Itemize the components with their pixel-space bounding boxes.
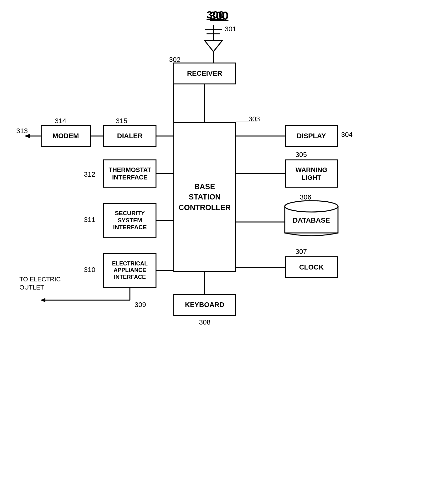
svg-marker-22 bbox=[41, 298, 45, 302]
ref-309: 309 bbox=[135, 301, 146, 309]
database-shape: DATABASE bbox=[282, 200, 341, 238]
thermostat-interface-box: THERMOSTATINTERFACE bbox=[103, 159, 156, 188]
ref-308: 308 bbox=[199, 318, 211, 326]
dialer-box: DIALER bbox=[103, 125, 156, 147]
ref-305: 305 bbox=[295, 151, 307, 159]
security-system-box: SECURITYSYSTEMINTERFACE bbox=[103, 203, 156, 238]
ref-307: 307 bbox=[295, 248, 307, 256]
ref-315: 315 bbox=[116, 117, 127, 125]
svg-marker-0 bbox=[205, 41, 222, 52]
modem-box: MODEM bbox=[41, 125, 91, 147]
diagram: 300 bbox=[0, 0, 445, 504]
ref-310: 310 bbox=[84, 266, 95, 274]
ref-306: 306 bbox=[300, 193, 311, 201]
svg-point-26 bbox=[285, 201, 338, 212]
ref-301: 301 bbox=[225, 25, 236, 33]
figure-title: 300 bbox=[207, 9, 224, 21]
display-box: DISPLAY bbox=[285, 125, 338, 147]
receiver-box: RECEIVER bbox=[173, 63, 236, 84]
clock-box: CLOCK bbox=[285, 256, 338, 278]
electrical-appliance-box: ELECTRICALAPPLIANCEINTERFACE bbox=[103, 253, 156, 288]
ref-303: 303 bbox=[248, 115, 260, 123]
ref-313: 313 bbox=[16, 127, 28, 135]
ref-312: 312 bbox=[84, 170, 95, 179]
keyboard-box: KEYBOARD bbox=[173, 294, 236, 316]
to-electric-outlet: TO ELECTRICOUTLET bbox=[19, 275, 61, 291]
svg-text:DATABASE: DATABASE bbox=[293, 216, 330, 224]
base-station-box: BASESTATIONCONTROLLER bbox=[173, 122, 236, 272]
ref-304: 304 bbox=[341, 131, 353, 139]
warning-light-box: WARNINGLIGHT bbox=[285, 159, 338, 188]
ref-314: 314 bbox=[55, 117, 66, 125]
ref-311: 311 bbox=[84, 216, 95, 224]
